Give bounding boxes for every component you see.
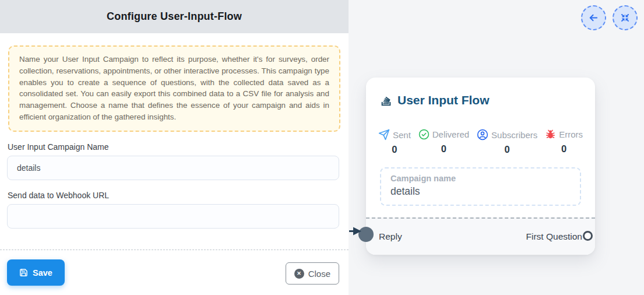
save-button[interactable]: Save [7, 259, 65, 286]
first-question-label: First Question [526, 231, 582, 242]
stat-sent: Sent 0 [378, 129, 411, 155]
campaign-name-display[interactable]: Campaign name details [380, 167, 581, 206]
node-title-row: User Input Flow [366, 78, 595, 107]
paper-plane-icon [378, 129, 390, 141]
campaign-name-display-label: Campaign name [390, 174, 571, 183]
info-text: Name your User Input Campaign to reflect… [19, 54, 329, 123]
configure-panel: Configure User-Input-Flow Name your User… [0, 0, 349, 295]
close-button-label: Close [308, 269, 330, 279]
save-button-label: Save [33, 268, 52, 278]
fit-view-button[interactable] [613, 5, 638, 30]
panel-header: Configure User-Input-Flow [0, 0, 349, 33]
panel-footer: Save ✕ Close [0, 250, 349, 295]
stat-delivered: Delivered 0 [418, 129, 469, 155]
node-footer: Reply First Question [366, 217, 595, 255]
stat-subscribers: Subscribers 0 [477, 129, 537, 155]
reply-label: Reply [379, 231, 402, 242]
bug-icon [545, 129, 556, 140]
close-button[interactable]: ✕ Close [286, 262, 339, 285]
save-icon [19, 268, 28, 277]
page-title: Configure User-Input-Flow [107, 10, 242, 23]
campaign-name-input[interactable] [7, 156, 339, 180]
reply-input-handle[interactable] [358, 227, 374, 242]
stat-subscribers-label: Subscribers [491, 130, 537, 140]
check-circle-icon [418, 129, 430, 140]
stat-delivered-label: Delivered [432, 129, 469, 139]
stat-sent-value: 0 [392, 144, 397, 155]
user-circle-icon [477, 129, 488, 141]
close-icon: ✕ [294, 269, 304, 279]
stats-row: Sent 0 Delivered 0 [366, 129, 595, 155]
info-callout: Name your User Input Campaign to reflect… [8, 45, 340, 132]
stat-subscribers-value: 0 [505, 144, 510, 155]
stat-errors: Errors 0 [545, 129, 583, 155]
campaign-name-label: User Input Campaign Name [8, 142, 342, 152]
flow-canvas[interactable]: User Input Flow Sent 0 [349, 0, 644, 295]
first-question-output-handle[interactable] [583, 231, 593, 241]
user-input-flow-builder: Configure User-Input-Flow Name your User… [0, 0, 644, 295]
webhook-url-input[interactable] [7, 204, 339, 229]
stat-errors-label: Errors [559, 129, 583, 139]
user-input-flow-node[interactable]: User Input Flow Sent 0 [366, 78, 595, 255]
campaign-name-display-value: details [390, 185, 571, 198]
stat-sent-label: Sent [393, 130, 411, 140]
stat-delivered-value: 0 [441, 143, 446, 154]
arrow-left-icon [588, 12, 599, 23]
back-button[interactable] [581, 5, 606, 30]
node-title: User Input Flow [397, 93, 490, 107]
compress-arrows-icon [620, 12, 631, 23]
stat-errors-value: 0 [561, 143, 566, 154]
canvas-toolbar [581, 5, 638, 30]
stacked-flow-icon [380, 94, 392, 107]
webhook-url-label: Send data to Webhook URL [8, 191, 342, 200]
